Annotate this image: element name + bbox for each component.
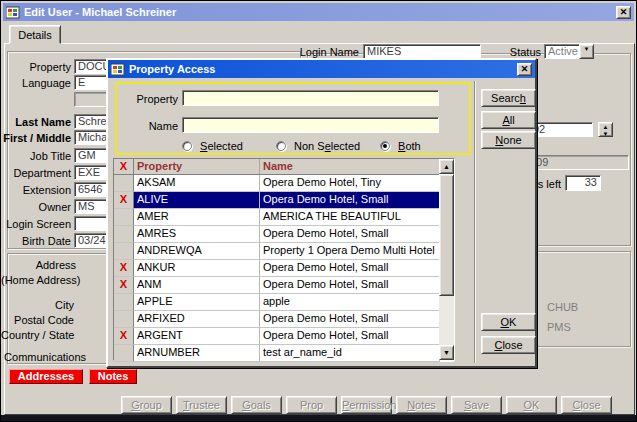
job-title-label: Job Title: [1, 150, 71, 163]
table-row[interactable]: ARFIXEDOpera Demo Hotel, Small: [114, 311, 454, 328]
row-name: AMERICA THE BEAUTIFUL: [260, 209, 440, 226]
chevron-down-icon[interactable]: ▼: [579, 44, 594, 59]
row-property: ARGENT: [134, 328, 260, 345]
row-mark: X: [114, 192, 134, 209]
none-button[interactable]: None: [481, 131, 536, 149]
row-property: AMRES: [134, 226, 260, 243]
row-name: Opera Demo Hotel, Small: [260, 192, 440, 209]
dialog-titlebar: Property Access ✕: [108, 60, 535, 78]
row-mark: [114, 345, 134, 362]
row-mark: X: [114, 328, 134, 345]
prop-acc-button[interactable]: Prop Acc...: [286, 396, 337, 414]
city-label: City: [1, 299, 74, 312]
scroll-up-icon[interactable]: ▲: [439, 159, 454, 174]
language-label: Language: [1, 77, 71, 90]
dialog-ok-button[interactable]: OK: [481, 313, 536, 331]
row-name: Opera Demo Hotel, Small: [260, 277, 440, 294]
radio-selected-label: Selected: [200, 140, 243, 152]
table-row[interactable]: ARNUMBERtest ar_name_id: [114, 345, 454, 362]
spinner-icon[interactable]: ▲▼: [598, 122, 613, 137]
dialog-close-button[interactable]: Close: [481, 336, 536, 354]
row-mark: [114, 243, 134, 260]
radio-both-icon[interactable]: [380, 141, 390, 151]
window-title: Edit User - Michael Schreiner: [24, 6, 616, 18]
extension-label: Extension: [1, 184, 71, 197]
radio-both-label: Both: [398, 140, 421, 152]
notes-lamp-button[interactable]: Notes: [89, 369, 137, 384]
birth-date-label: Birth Date: [1, 235, 71, 248]
table-row[interactable]: XANKUROpera Demo Hotel, Small: [114, 260, 454, 277]
table-row[interactable]: AKSAMOpera Demo Hotel, Tiny: [114, 175, 454, 192]
row-mark: [114, 175, 134, 192]
header-property: Property: [134, 159, 260, 174]
close-icon[interactable]: ✕: [616, 6, 631, 19]
dialog-name-label: Name: [128, 120, 178, 133]
radio-both[interactable]: Both: [380, 140, 421, 153]
window-bottom-edge: [1, 415, 637, 421]
table-row[interactable]: AMRESOpera Demo Hotel, Small: [114, 226, 454, 243]
property-access-dialog: Property Access ✕ Property Name Selected…: [106, 58, 537, 368]
radio-non-selected[interactable]: Non Selected: [276, 140, 360, 153]
table-row[interactable]: XANMOpera Demo Hotel, Small: [114, 277, 454, 294]
scrollbar-thumb[interactable]: [439, 174, 454, 296]
save-button[interactable]: Save: [451, 396, 502, 414]
addresses-lamp-button[interactable]: Addresses: [9, 369, 83, 384]
header-name: Name: [260, 159, 440, 174]
row-name: Opera Demo Hotel, Small: [260, 226, 440, 243]
tab-details[interactable]: Details: [9, 25, 61, 44]
row-property: ALIVE: [134, 192, 260, 209]
dialog-property-label: Property: [128, 93, 178, 106]
ok-button[interactable]: OK: [506, 396, 557, 414]
table-row[interactable]: ANDREWQAProperty 1 Opera Demo Multi Hote…: [114, 243, 454, 260]
table-row[interactable]: XARGENTOpera Demo Hotel, Small: [114, 328, 454, 345]
goals-button[interactable]: Goals: [231, 396, 282, 414]
row-property: APPLE: [134, 294, 260, 311]
row-mark: [114, 311, 134, 328]
dialog-property-input[interactable]: [182, 90, 439, 106]
dialog-close-icon[interactable]: ✕: [517, 63, 532, 76]
date-fragment-field: /09: [529, 155, 629, 170]
table-scrollbar[interactable]: ▲ ▼: [439, 159, 454, 360]
table-row-selected[interactable]: XALIVEOpera Demo Hotel, Small: [114, 192, 454, 209]
home-address-label: (Home Address): [1, 274, 76, 287]
radio-selected-icon[interactable]: [182, 141, 192, 151]
radio-selected[interactable]: Selected: [182, 140, 243, 153]
radio-non-selected-icon[interactable]: [276, 141, 286, 151]
login-name-field[interactable]: MIKES: [363, 44, 481, 59]
country-state-label: Country / State: [1, 329, 74, 342]
hub-fragment: CHUB: [547, 301, 578, 314]
first-middle-label: First / Middle: [1, 132, 71, 145]
group-button[interactable]: Group: [121, 396, 172, 414]
main-titlebar: Edit User - Michael Schreiner ✕: [3, 3, 634, 21]
row-property: AMER: [134, 209, 260, 226]
pms-fragment: PMS: [547, 321, 571, 334]
radio-non-selected-label: Non Selected: [294, 140, 360, 152]
dialog-divider: [474, 81, 476, 363]
header-x: X: [114, 159, 134, 174]
property-table: X Property Name AKSAMOpera Demo Hotel, T…: [113, 158, 455, 361]
row-name: Property 1 Opera Demo Multi Hotel: [260, 243, 440, 260]
notes-button[interactable]: Notes: [396, 396, 447, 414]
row-name: Opera Demo Hotel, Small: [260, 311, 440, 328]
row-name: test ar_name_id: [260, 345, 440, 362]
scroll-down-icon[interactable]: ▼: [439, 345, 454, 360]
row-mark: X: [114, 260, 134, 277]
search-button[interactable]: Search: [481, 89, 536, 107]
address-label: Address: [1, 259, 76, 272]
trustee-button[interactable]: Trustee: [176, 396, 227, 414]
row-mark: X: [114, 277, 134, 294]
table-row[interactable]: AMERAMERICA THE BEAUTIFUL: [114, 209, 454, 226]
property-label: Property: [1, 61, 71, 74]
permission-button[interactable]: Permission: [341, 396, 392, 414]
close-button[interactable]: Close: [561, 396, 612, 414]
row-mark: [114, 226, 134, 243]
dialog-name-input[interactable]: [182, 117, 439, 133]
all-button[interactable]: All: [481, 111, 536, 129]
password-days-field[interactable]: 92: [529, 122, 593, 137]
communications-label: Communications: [1, 351, 86, 364]
table-row[interactable]: APPLEapple: [114, 294, 454, 311]
row-mark: [114, 209, 134, 226]
app-icon: [6, 6, 20, 19]
row-name: Opera Demo Hotel, Small: [260, 328, 440, 345]
row-property: AKSAM: [134, 175, 260, 192]
